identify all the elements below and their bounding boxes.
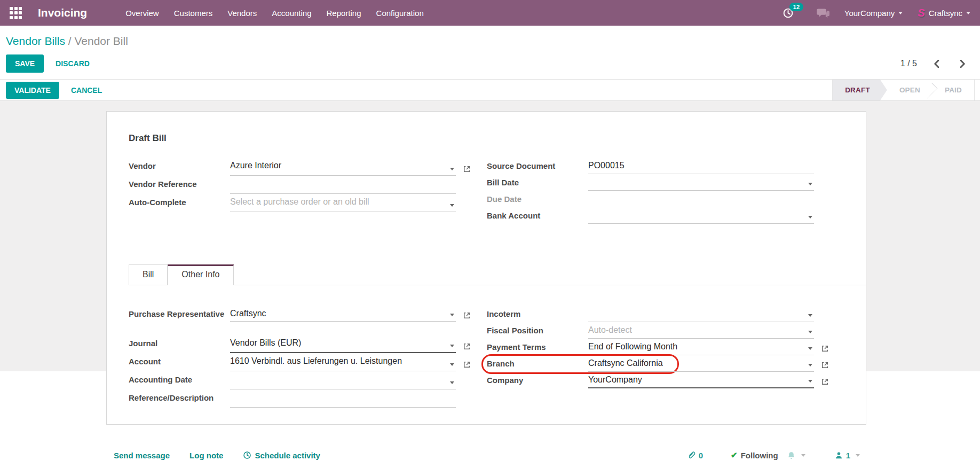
menu-accounting[interactable]: Accounting xyxy=(264,0,319,26)
status-step-paid[interactable]: PAID xyxy=(932,80,974,100)
vendor-input[interactable]: Azure Interior xyxy=(230,160,456,176)
journal-input[interactable]: Vendor Bills (EUR) xyxy=(230,337,456,353)
following-toggle-button[interactable]: ✔ Following xyxy=(731,450,778,460)
incoterm-input[interactable] xyxy=(588,308,814,322)
main-menu: Overview Customers Vendors Accounting Re… xyxy=(118,0,431,26)
chevron-down-icon xyxy=(898,12,903,14)
dropdown-caret-icon[interactable] xyxy=(808,216,812,219)
external-link-icon[interactable] xyxy=(462,165,471,174)
field-vendor-reference: Vendor Reference xyxy=(129,178,456,194)
dropdown-caret-icon[interactable] xyxy=(808,347,812,350)
validate-button[interactable]: VALIDATE xyxy=(6,82,59,99)
dropdown-caret-icon[interactable] xyxy=(450,381,454,384)
log-note-button[interactable]: Log note xyxy=(189,451,223,460)
cancel-button[interactable]: CANCEL xyxy=(64,81,109,99)
menu-reporting[interactable]: Reporting xyxy=(319,0,369,26)
apps-grid-icon[interactable] xyxy=(10,7,22,19)
dropdown-caret-icon[interactable] xyxy=(808,183,812,185)
chevron-down-icon xyxy=(801,454,805,457)
field-fiscal-position: Fiscal Position Auto-detect xyxy=(487,324,814,339)
attachments-button[interactable]: 0 xyxy=(687,451,703,460)
pager: 1 / 5 xyxy=(900,59,969,69)
main-left-column: Vendor Azure Interior Vendor Reference A… xyxy=(129,160,456,226)
content-area: Draft Bill Vendor Azure Interior Vendor … xyxy=(0,101,980,371)
dropdown-caret-icon[interactable] xyxy=(450,314,454,316)
chevron-down-icon xyxy=(856,454,860,457)
activity-clock-button[interactable]: 12 xyxy=(783,7,794,19)
dropdown-caret-icon[interactable] xyxy=(450,204,454,207)
external-link-icon[interactable] xyxy=(820,377,829,386)
schedule-activity-button[interactable]: Schedule activity xyxy=(243,451,320,460)
source-document-input[interactable]: PO00015 xyxy=(588,160,814,174)
subscription-bell-button[interactable] xyxy=(787,451,805,460)
dropdown-caret-icon[interactable] xyxy=(450,363,454,366)
payment-terms-input[interactable]: End of Following Month xyxy=(588,341,814,355)
main-field-grid: Vendor Azure Interior Vendor Reference A… xyxy=(129,160,866,226)
action-buttons-row: SAVE DISCARD 1 / 5 xyxy=(0,48,980,79)
statusbar: VALIDATE CANCEL DRAFT OPEN PAID xyxy=(0,79,980,101)
external-link-icon[interactable] xyxy=(462,360,471,369)
accounting-date-input[interactable] xyxy=(230,373,456,389)
fiscal-position-input[interactable]: Auto-detect xyxy=(588,324,814,339)
menu-overview[interactable]: Overview xyxy=(118,0,167,26)
reference-description-input[interactable] xyxy=(230,392,456,408)
dropdown-caret-icon[interactable] xyxy=(808,364,812,366)
top-navbar: Invoicing Overview Customers Vendors Acc… xyxy=(0,0,980,26)
field-bank-account: Bank Account xyxy=(487,209,814,224)
send-message-button[interactable]: Send message xyxy=(114,451,170,460)
status-step-draft[interactable]: DRAFT xyxy=(833,80,887,100)
menu-configuration[interactable]: Configuration xyxy=(369,0,431,26)
messages-icon[interactable] xyxy=(816,7,829,18)
discard-button[interactable]: DISCARD xyxy=(48,54,97,73)
branch-input[interactable]: Craftsync California xyxy=(588,357,814,372)
person-icon xyxy=(834,451,843,460)
pager-next-button[interactable] xyxy=(955,59,969,69)
dropdown-caret-icon[interactable] xyxy=(808,314,812,317)
notebook-tabs: Bill Other Info xyxy=(129,264,866,285)
menu-vendors[interactable]: Vendors xyxy=(220,0,264,26)
external-link-icon[interactable] xyxy=(462,311,471,320)
field-journal: Journal Vendor Bills (EUR) xyxy=(129,337,456,353)
pager-previous-button[interactable] xyxy=(930,59,944,69)
bell-icon xyxy=(787,451,796,460)
document-state-title: Draft Bill xyxy=(129,133,866,144)
field-auto-complete: Auto-Complete Select a purchase order or… xyxy=(129,196,456,212)
field-due-date: Due Date xyxy=(487,193,814,207)
chevron-down-icon xyxy=(966,12,970,14)
other-info-pane: Purchase Representative Craftsync Journa… xyxy=(129,308,866,410)
external-link-icon[interactable] xyxy=(820,344,829,353)
purchase-representative-input[interactable]: Craftsync xyxy=(230,308,456,322)
bill-date-input[interactable] xyxy=(588,176,814,191)
status-step-open[interactable]: OPEN xyxy=(887,80,932,100)
field-vendor: Vendor Azure Interior xyxy=(129,160,456,176)
vendor-reference-input[interactable] xyxy=(230,178,456,194)
user-menu[interactable]: S Craftsync xyxy=(918,7,970,19)
pager-count[interactable]: 1 / 5 xyxy=(900,59,917,68)
dropdown-caret-icon[interactable] xyxy=(450,345,454,347)
tab-other-info[interactable]: Other Info xyxy=(168,264,233,285)
status-steps: DRAFT OPEN PAID xyxy=(832,80,975,100)
bank-account-input[interactable] xyxy=(588,209,814,224)
dropdown-caret-icon[interactable] xyxy=(808,380,812,383)
field-accounting-date: Accounting Date xyxy=(129,373,456,389)
field-reference-description: Reference/Description xyxy=(129,392,456,408)
field-purchase-representative: Purchase Representative Craftsync xyxy=(129,308,456,335)
check-icon: ✔ xyxy=(731,450,738,460)
followers-button[interactable]: 1 xyxy=(834,451,860,460)
menu-customers[interactable]: Customers xyxy=(167,0,220,26)
external-link-icon[interactable] xyxy=(462,342,471,351)
save-button[interactable]: SAVE xyxy=(6,54,44,73)
activity-count-badge: 12 xyxy=(789,3,803,11)
dropdown-caret-icon[interactable] xyxy=(450,168,454,170)
auto-complete-input[interactable]: Select a purchase order or an old bill xyxy=(230,196,456,212)
external-link-icon[interactable] xyxy=(820,361,829,370)
breadcrumb-parent-link[interactable]: Vendor Bills xyxy=(6,35,65,47)
company-input[interactable]: YourCompany xyxy=(588,374,814,388)
schedule-clock-icon xyxy=(243,451,251,459)
field-account: Account 1610 Verbindl. aus Lieferungen u… xyxy=(129,355,456,371)
tab-bill[interactable]: Bill xyxy=(129,264,168,285)
company-switcher[interactable]: YourCompany xyxy=(844,9,903,18)
dropdown-caret-icon[interactable] xyxy=(808,331,812,333)
field-source-document: Source Document PO00015 xyxy=(487,160,814,174)
account-input[interactable]: 1610 Verbindl. aus Lieferungen u. Leistu… xyxy=(230,355,456,371)
